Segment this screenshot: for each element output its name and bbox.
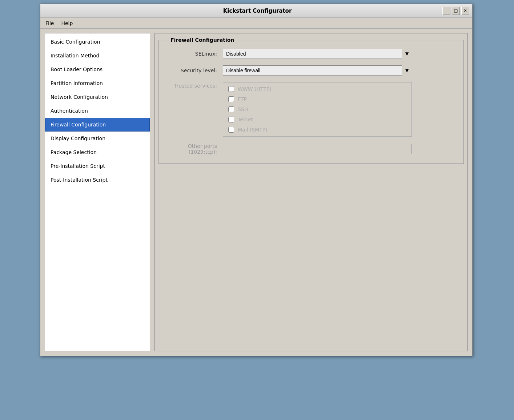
title-bar: Kickstart Configurator _ □ ✕	[40, 4, 472, 18]
label-mail-smtp: Mail (SMTP)	[238, 127, 268, 133]
selinux-row: SELinux: Disabled Enforcing Permissive ▼	[165, 49, 458, 59]
sidebar-item-package-selection[interactable]: Package Selection	[45, 145, 150, 159]
label-www-http: WWW (HTTP)	[238, 86, 272, 92]
minimize-button[interactable]: _	[442, 7, 450, 15]
sidebar-item-post-installation-script[interactable]: Post-Installation Script	[45, 173, 150, 187]
sidebar-item-boot-loader-options[interactable]: Boot Loader Options	[45, 62, 150, 76]
section-title: Firewall Configuration	[168, 37, 236, 43]
service-www-http: WWW (HTTP)	[228, 86, 406, 92]
close-button[interactable]: ✕	[461, 7, 469, 15]
content-panel: Firewall Configuration SELinux: Disabled…	[154, 33, 468, 351]
sidebar-item-display-configuration[interactable]: Display Configuration	[45, 132, 150, 145]
sidebar-item-network-configuration[interactable]: Network Configuration	[45, 90, 150, 104]
checkbox-mail-smtp[interactable]	[228, 127, 234, 133]
trusted-services-label: Trusted services:	[165, 82, 223, 89]
checkbox-ssh[interactable]	[228, 106, 234, 112]
other-ports-input[interactable]	[223, 144, 412, 154]
other-ports-row: Other ports (1029:tcp):	[165, 143, 458, 155]
firewall-configuration-fieldset: Firewall Configuration SELinux: Disabled…	[158, 37, 464, 164]
title-bar-buttons: _ □ ✕	[442, 7, 469, 15]
sidebar-item-pre-installation-script[interactable]: Pre-Installation Script	[45, 159, 150, 173]
other-ports-label: Other ports (1029:tcp):	[165, 143, 223, 155]
menu-item-file[interactable]: File	[42, 19, 57, 27]
service-ssh: SSH	[228, 106, 406, 112]
menu-item-help[interactable]: Help	[57, 19, 76, 27]
menu-bar: File Help	[40, 18, 472, 29]
label-telnet: Telnet	[238, 117, 253, 122]
security-level-select-wrapper: Disable firewall Enable firewall ▼	[223, 65, 412, 76]
service-ftp: FTP	[228, 96, 406, 102]
checkbox-telnet[interactable]	[228, 117, 234, 122]
maximize-button[interactable]: □	[452, 7, 460, 15]
sidebar-item-installation-method[interactable]: Installation Method	[45, 49, 150, 62]
security-level-select[interactable]: Disable firewall Enable firewall	[223, 65, 412, 76]
sidebar-item-authentication[interactable]: Authentication	[45, 104, 150, 118]
sidebar: Basic Configuration Installation Method …	[45, 33, 150, 351]
security-level-row: Security level: Disable firewall Enable …	[165, 65, 458, 76]
security-level-label: Security level:	[165, 68, 223, 73]
sidebar-item-firewall-configuration[interactable]: Firewall Configuration	[45, 118, 150, 132]
service-telnet: Telnet	[228, 117, 406, 122]
sidebar-item-basic-configuration[interactable]: Basic Configuration	[45, 35, 150, 49]
label-ssh: SSH	[238, 106, 248, 112]
selinux-select[interactable]: Disabled Enforcing Permissive	[223, 49, 412, 59]
service-mail-smtp: Mail (SMTP)	[228, 127, 406, 133]
checkbox-ftp[interactable]	[228, 96, 234, 102]
label-ftp: FTP	[238, 96, 247, 102]
trusted-services-container: WWW (HTTP) FTP SSH Telnet	[223, 82, 412, 137]
window-title: Kickstart Configurator	[72, 8, 442, 14]
sidebar-item-partition-information[interactable]: Partition Information	[45, 76, 150, 90]
main-window: Kickstart Configurator _ □ ✕ File Help B…	[40, 4, 473, 356]
checkbox-www-http[interactable]	[228, 86, 234, 92]
selinux-select-wrapper: Disabled Enforcing Permissive ▼	[223, 49, 412, 59]
selinux-label: SELinux:	[165, 51, 223, 57]
main-content: Basic Configuration Installation Method …	[40, 29, 472, 356]
trusted-services-row: Trusted services: WWW (HTTP) FTP SSH	[165, 82, 458, 137]
